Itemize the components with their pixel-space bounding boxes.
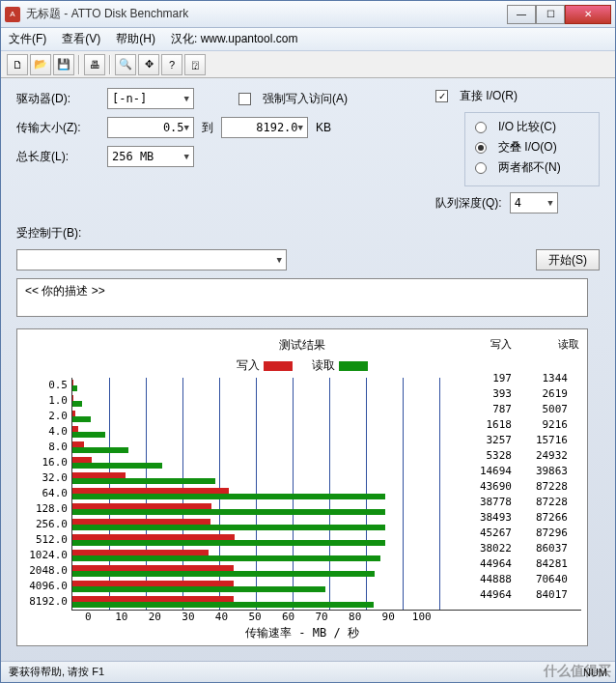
queue-select[interactable]: 4▼ bbox=[510, 192, 558, 213]
print-icon[interactable]: 🖶 bbox=[84, 54, 105, 75]
open-icon[interactable]: 📂 bbox=[30, 54, 51, 75]
save-icon[interactable]: 💾 bbox=[53, 54, 74, 75]
new-icon[interactable]: 🗋 bbox=[7, 54, 28, 75]
move-icon[interactable]: ✥ bbox=[138, 54, 159, 75]
drive-select[interactable]: [-n-]▼ bbox=[107, 88, 194, 109]
status-help: 要获得帮助, 请按 F1 bbox=[9, 665, 104, 679]
controlled-select[interactable]: ▼ bbox=[16, 249, 287, 270]
controlled-label: 受控制于(B): bbox=[16, 225, 99, 242]
force-write-label: 强制写入访问(A) bbox=[263, 91, 348, 107]
legend-write-swatch bbox=[264, 361, 293, 371]
menu-help[interactable]: 帮助(H) bbox=[116, 31, 155, 47]
direct-io-checkbox[interactable]: ✓ bbox=[435, 90, 448, 102]
queue-label: 队列深度(Q): bbox=[435, 195, 502, 212]
chart-y-labels: 0.51.02.04.08.016.032.064.0128.0256.0512… bbox=[23, 378, 71, 611]
chart-x-axis: 0102030405060708090100 bbox=[71, 611, 438, 623]
preview-icon[interactable]: 🔍 bbox=[115, 54, 136, 75]
status-num: NUM bbox=[583, 667, 607, 678]
menu-sinicize: 汉化: www.upantool.com bbox=[171, 31, 297, 47]
legend-write-label: 写入 bbox=[237, 357, 260, 374]
chart-values-table: 写入读取 19713443932619787500716189216325715… bbox=[463, 337, 579, 603]
kb-label: KB bbox=[316, 121, 331, 134]
menu-file[interactable]: 文件(F) bbox=[9, 31, 46, 47]
transfer-to-select[interactable]: 8192.0▼ bbox=[221, 117, 308, 138]
chart-x-label: 传输速率 - MB / 秒 bbox=[23, 625, 581, 641]
force-write-checkbox[interactable] bbox=[238, 93, 251, 105]
total-len-select[interactable]: 256 MB▼ bbox=[107, 146, 194, 167]
io-compare-label: I/O 比较(C) bbox=[498, 119, 556, 135]
app-icon: A bbox=[5, 7, 20, 22]
start-button[interactable]: 开始(S) bbox=[536, 249, 600, 270]
transfer-from-select[interactable]: 0.5▼ bbox=[107, 117, 194, 138]
total-len-label: 总长度(L): bbox=[16, 149, 99, 165]
help-icon[interactable]: ? bbox=[161, 54, 182, 75]
direct-io-label: 直接 I/O(R) bbox=[460, 88, 518, 104]
close-button[interactable]: ✕ bbox=[565, 5, 611, 24]
neither-radio[interactable] bbox=[475, 162, 487, 174]
context-help-icon[interactable]: ⍰ bbox=[184, 54, 206, 75]
legend-read-swatch bbox=[339, 361, 368, 371]
transfer-label: 传输大小(Z): bbox=[16, 120, 99, 136]
to-label: 到 bbox=[202, 120, 213, 136]
description-input[interactable]: << 你的描述 >> bbox=[16, 278, 588, 317]
io-compare-radio[interactable] bbox=[475, 122, 487, 133]
legend-read-label: 读取 bbox=[312, 357, 335, 374]
drive-label: 驱动器(D): bbox=[16, 91, 99, 107]
menu-view[interactable]: 查看(V) bbox=[62, 31, 100, 47]
neither-label: 两者都不(N) bbox=[498, 159, 561, 176]
overlapped-label: 交叠 I/O(O) bbox=[498, 139, 557, 156]
overlapped-radio[interactable] bbox=[475, 142, 487, 154]
window-title: 无标题 - ATTO Disk Benchmark bbox=[26, 6, 507, 22]
minimize-button[interactable]: — bbox=[507, 5, 536, 24]
maximize-button[interactable]: ☐ bbox=[536, 5, 565, 24]
